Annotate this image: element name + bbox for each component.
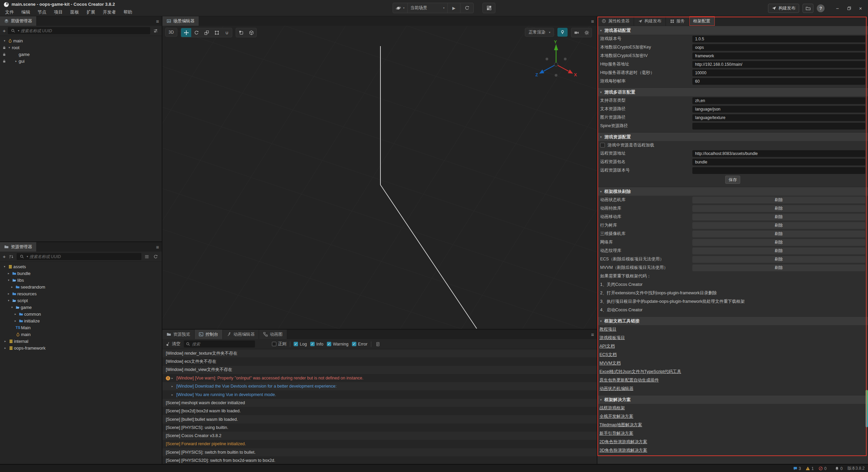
- link-excel-tool[interactable]: Excel格式转Json文件与TypeScript代码工具: [599, 369, 681, 375]
- texture-path-input[interactable]: [692, 114, 865, 121]
- close-button[interactable]: ×: [856, 3, 865, 13]
- camera-icon[interactable]: [571, 28, 581, 37]
- expand-caret-icon[interactable]: ▸: [172, 393, 176, 396]
- rect-tool-button[interactable]: [212, 28, 222, 37]
- menu-developer[interactable]: 开发者: [99, 8, 120, 16]
- scene-viewport[interactable]: 3D ∪: [162, 26, 597, 329]
- log-row[interactable]: [Scene] meshopt wasm decoder initialized: [162, 399, 597, 407]
- section-solutions[interactable]: ▾ 框架解决方案: [597, 395, 868, 404]
- tab-assets[interactable]: 资源管理器: [0, 242, 37, 252]
- cull-camera-button[interactable]: 剔除: [692, 231, 865, 237]
- menu-project[interactable]: 项目: [50, 8, 66, 16]
- search-type-caret-icon[interactable]: ▾: [18, 29, 19, 32]
- text-path-input[interactable]: [692, 106, 865, 113]
- log-row-warning[interactable]: ! ▸ [Window] [Vue warn]: Property "onInp…: [162, 374, 597, 382]
- log-row[interactable]: [Scene] [bullet]:bullet wasm lib loaded.: [162, 415, 597, 423]
- log-row[interactable]: [Scene] [PHYSICS]: using builtin.: [162, 424, 597, 432]
- help-button[interactable]: ?: [817, 4, 825, 12]
- filter-info-checkbox[interactable]: ✓ Info: [310, 342, 323, 347]
- search-type-caret-icon[interactable]: ▾: [27, 255, 28, 258]
- cull-behavior-tree-button[interactable]: 剔除: [692, 222, 865, 229]
- log-row-info[interactable]: ▸ [Window] Download the Vue Devtools ext…: [162, 382, 597, 390]
- move-tool-button[interactable]: [181, 28, 191, 37]
- render-mode-dropdown[interactable]: 正常渲染 ▾: [525, 28, 554, 37]
- asset-node-oops-framework[interactable]: ▸ oops-framework: [0, 345, 162, 351]
- tab-hierarchy[interactable]: 层级管理器: [0, 16, 37, 26]
- scale-tool-button[interactable]: [201, 28, 212, 37]
- link-wargame-framework[interactable]: 战棋游戏框架: [599, 405, 625, 411]
- lighting-toggle-button[interactable]: [557, 28, 568, 37]
- tree-node-gui[interactable]: ▸ gui: [0, 58, 162, 64]
- remote-load-checkbox[interactable]: [600, 143, 605, 148]
- log-row[interactable]: [Scene] Cocos Creator v3.8.2: [162, 432, 597, 440]
- log-count[interactable]: 3: [793, 466, 801, 471]
- play-button[interactable]: ▶: [448, 3, 460, 13]
- asset-node-internal[interactable]: ▸ internal: [0, 338, 162, 345]
- transform-tool-button[interactable]: ∪: [222, 28, 232, 37]
- cull-effect-button[interactable]: 剔除: [692, 205, 865, 212]
- link-template-project[interactable]: 游戏模板项目: [599, 335, 625, 341]
- view-gizmo[interactable]: Y X Z: [534, 40, 578, 84]
- notification-count[interactable]: 0: [835, 466, 843, 471]
- regex-checkbox[interactable]: 正则: [272, 341, 287, 347]
- log-row[interactable]: [Scene] [box2d]:box2d wasm lib loaded.: [162, 407, 597, 415]
- link-guide-solution[interactable]: 新手引导解决方案: [599, 431, 633, 436]
- preview-device-button[interactable]: [482, 3, 495, 13]
- menu-file[interactable]: 文件: [1, 8, 18, 16]
- tree-node-game[interactable]: game: [0, 51, 162, 58]
- asset-node-game[interactable]: ▾ game: [0, 304, 162, 311]
- log-row[interactable]: [Scene] [PHYSICS2D]: switch from box2d-w…: [162, 456, 597, 464]
- log-row[interactable]: [Window] render_texture文件夹不存在: [162, 349, 597, 357]
- asset-node-seedrandom[interactable]: ▸ seedrandom: [0, 283, 162, 290]
- scene-dropdown[interactable]: 当前场景 ▾: [408, 3, 448, 13]
- asset-node-common[interactable]: ▸ common: [0, 311, 162, 317]
- section-game-res[interactable]: ▾ 游戏资源配置: [597, 132, 868, 141]
- filter-log-checkbox[interactable]: ✓ Log: [294, 342, 307, 347]
- open-project-folder-button[interactable]: [803, 4, 813, 13]
- log-row[interactable]: [Scene] [PHYSICS]: switch from builtin t…: [162, 448, 597, 456]
- http-server-input[interactable]: [692, 61, 865, 68]
- clear-console-button[interactable]: 清空: [166, 341, 180, 347]
- section-game-basic[interactable]: ▾ 游戏基础配置: [597, 26, 868, 35]
- console-search-input[interactable]: [192, 342, 253, 347]
- panel-menu-icon[interactable]: ≡: [156, 242, 159, 252]
- game-version-input[interactable]: [692, 36, 865, 42]
- menu-panel[interactable]: 面板: [66, 8, 83, 16]
- crypto-key-input[interactable]: [692, 44, 865, 51]
- refresh-icon[interactable]: [152, 253, 159, 260]
- restore-button[interactable]: [844, 3, 854, 13]
- link-hotupdate-plugin[interactable]: 原生包热更新配置自动生成插件: [599, 377, 659, 383]
- link-ecs-docs[interactable]: ECS文档: [599, 352, 617, 358]
- link-3drpg-solution[interactable]: 3D角色扮演游戏解决方案: [599, 448, 647, 453]
- add-asset-button[interactable]: +: [3, 254, 6, 259]
- fps-input[interactable]: [692, 78, 865, 85]
- menu-edit[interactable]: 编辑: [18, 8, 34, 16]
- link-tiledmap-solution[interactable]: Tiledmap地图解决方案: [599, 422, 642, 428]
- minimize-button[interactable]: −: [833, 3, 842, 13]
- log-row-orange[interactable]: [Scene] Forward render pipeline initiali…: [162, 440, 597, 448]
- spine-path-input[interactable]: [692, 123, 865, 130]
- save-button[interactable]: 保存: [725, 176, 740, 184]
- assets-search-input[interactable]: [29, 254, 139, 259]
- build-publish-button[interactable]: 构建发布: [768, 4, 799, 13]
- remote-version-input[interactable]: [692, 167, 865, 174]
- menu-node[interactable]: 节点: [34, 8, 50, 16]
- cull-move-button[interactable]: 剔除: [692, 214, 865, 220]
- log-row[interactable]: [Window] model_view文件夹不存在: [162, 366, 597, 374]
- section-modules[interactable]: ▾ 框架模块剔除: [597, 187, 868, 196]
- menu-help[interactable]: 帮助: [120, 8, 136, 16]
- cull-mvvm-button[interactable]: 剔除: [692, 264, 865, 271]
- expand-caret-icon[interactable]: ▸: [172, 385, 176, 388]
- reload-button[interactable]: [460, 3, 473, 13]
- scrollbar-thumb[interactable]: [866, 390, 868, 427]
- warning-count[interactable]: 1: [806, 466, 814, 471]
- remote-bundle-input[interactable]: [692, 159, 865, 165]
- dimension-toggle-button[interactable]: 3D: [165, 28, 177, 37]
- menu-extension[interactable]: 扩展: [83, 8, 99, 16]
- platform-select[interactable]: ▾: [393, 3, 408, 13]
- asset-node-assets[interactable]: ▾ assets: [0, 263, 162, 270]
- tab-build-publish[interactable]: 构建发布: [634, 16, 666, 26]
- http-timeout-input[interactable]: [692, 70, 865, 76]
- link-fullstack-solution[interactable]: 全栈开发解决方案: [599, 414, 633, 419]
- add-node-button[interactable]: +: [3, 28, 6, 33]
